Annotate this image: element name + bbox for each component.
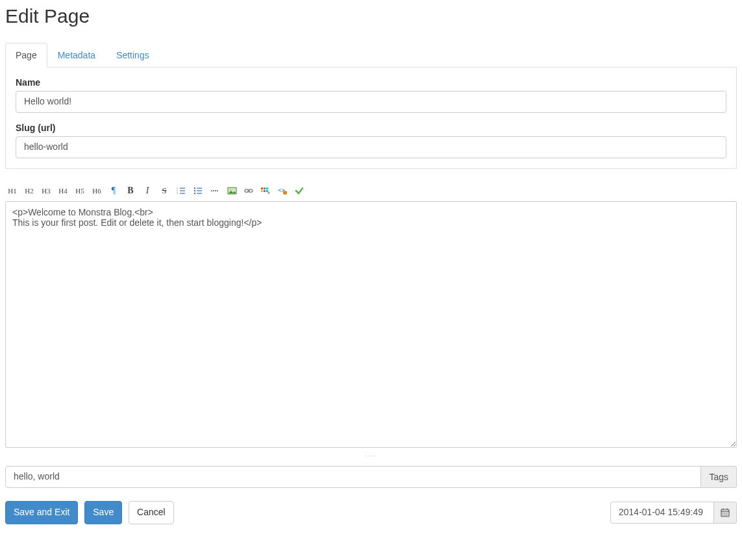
- svg-rect-22: [264, 190, 266, 192]
- clean-code-icon: <>: [278, 186, 288, 195]
- h3-button[interactable]: H3: [39, 184, 53, 197]
- content-editor[interactable]: [5, 201, 737, 448]
- svg-text:3: 3: [177, 191, 178, 195]
- ordered-list-button[interactable]: 123: [174, 184, 188, 197]
- tags-group: Tags: [5, 466, 737, 488]
- ordered-list-icon: 123: [177, 186, 186, 195]
- tab-page[interactable]: Page: [5, 43, 47, 67]
- svg-rect-30: [723, 513, 724, 514]
- hr-icon: [210, 186, 219, 195]
- image-icon: [227, 186, 237, 195]
- clean-code-button[interactable]: <>: [275, 184, 290, 197]
- svg-point-14: [229, 189, 231, 191]
- italic-button[interactable]: I: [140, 184, 155, 197]
- h6-button[interactable]: H6: [90, 184, 104, 197]
- h5-button[interactable]: H5: [73, 184, 87, 197]
- tab-settings[interactable]: Settings: [106, 43, 160, 67]
- svg-point-10: [194, 190, 195, 191]
- action-buttons: Save and Exit Save Cancel: [5, 501, 174, 524]
- cancel-button[interactable]: Cancel: [129, 501, 174, 524]
- calendar-icon: [721, 508, 730, 517]
- check-button[interactable]: [292, 184, 306, 197]
- svg-rect-21: [261, 190, 263, 192]
- bold-button[interactable]: B: [123, 184, 138, 197]
- svg-point-25: [283, 191, 287, 195]
- paragraph-button[interactable]: ¶: [106, 184, 121, 197]
- tab-panel-page: Name Slug (url): [5, 67, 737, 169]
- image-button[interactable]: [225, 184, 239, 197]
- svg-rect-23: [266, 190, 268, 192]
- h2-button[interactable]: H2: [22, 184, 36, 197]
- svg-point-9: [194, 188, 195, 189]
- save-button[interactable]: Save: [84, 501, 122, 524]
- tab-list: Page Metadata Settings: [5, 43, 737, 67]
- svg-rect-35: [726, 515, 728, 516]
- calendar-button[interactable]: [714, 502, 737, 524]
- unordered-list-button[interactable]: [191, 184, 205, 197]
- svg-rect-19: [264, 188, 266, 189]
- h1-button[interactable]: H1: [5, 184, 19, 197]
- link-icon: [243, 186, 254, 195]
- tab-metadata[interactable]: Metadata: [47, 43, 106, 67]
- page-title: Edit Page: [5, 5, 737, 27]
- name-input[interactable]: [16, 91, 726, 113]
- tags-addon: Tags: [701, 466, 737, 488]
- editor-toolbar: H1 H2 H3 H4 H5 H6 ¶ B I S 123 <>: [5, 182, 737, 201]
- svg-rect-34: [724, 515, 726, 516]
- color-grid-icon: [260, 186, 271, 195]
- strike-button[interactable]: S: [157, 184, 171, 197]
- tags-input[interactable]: [5, 466, 701, 488]
- slug-label: Slug (url): [16, 123, 726, 133]
- link-button[interactable]: [241, 184, 256, 197]
- svg-rect-32: [726, 513, 728, 514]
- date-input[interactable]: [610, 502, 714, 524]
- hr-button[interactable]: [208, 184, 222, 197]
- svg-rect-31: [724, 513, 726, 514]
- h4-button[interactable]: H4: [56, 184, 70, 197]
- check-icon: [295, 186, 304, 195]
- slug-input[interactable]: [16, 136, 726, 158]
- name-label: Name: [16, 77, 726, 88]
- svg-rect-33: [723, 515, 724, 516]
- date-group: [610, 502, 737, 524]
- save-and-exit-button[interactable]: Save and Exit: [5, 501, 78, 524]
- svg-point-11: [194, 193, 195, 194]
- color-grid-button[interactable]: [258, 184, 273, 197]
- svg-rect-20: [266, 188, 268, 189]
- footer-row: Save and Exit Save Cancel: [5, 501, 737, 524]
- svg-rect-18: [261, 188, 263, 189]
- unordered-list-icon: [193, 186, 203, 195]
- resize-handle[interactable]: ····: [5, 450, 737, 466]
